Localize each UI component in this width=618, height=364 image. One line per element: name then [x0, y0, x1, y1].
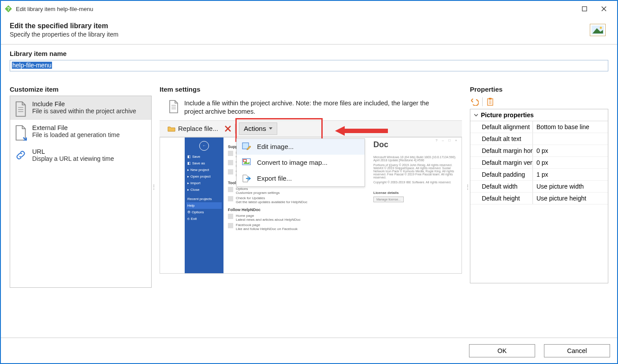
item-desc: Display a URL at viewing time [32, 155, 114, 163]
settings-note: Include a file within the project archiv… [184, 99, 449, 116]
replace-file-button[interactable]: Replace file... [164, 123, 222, 134]
svg-point-7 [600, 27, 602, 29]
dialog-header: Edit the specified library item Specify … [1, 17, 617, 45]
svg-marker-17 [269, 127, 272, 130]
property-row[interactable]: Default margin horizontal0 px [470, 145, 608, 157]
property-row[interactable]: Default margin vertical0 px [470, 157, 608, 169]
picture-icon [590, 24, 606, 36]
dialog-footer: OK Cancel [1, 338, 617, 363]
header-subtitle: Specify the properties of the library it… [10, 31, 590, 38]
property-row[interactable]: Default padding1 px [470, 169, 608, 181]
annotation-arrow-icon [335, 125, 388, 137]
actions-dropdown-button[interactable]: Actions [239, 123, 277, 135]
chevron-down-icon [474, 113, 478, 117]
item-desc: File is saved within the project archive [32, 108, 136, 115]
svg-marker-14 [335, 126, 388, 136]
undo-icon [470, 98, 479, 106]
cancel-button[interactable]: Cancel [544, 344, 610, 357]
close-button[interactable] [594, 2, 614, 15]
item-title: Include File [32, 100, 136, 108]
properties-group-header[interactable]: Picture properties [470, 109, 608, 121]
link-icon [15, 149, 27, 163]
image-map-icon [242, 158, 251, 167]
edit-image-icon [242, 142, 251, 151]
property-row[interactable]: Default alt text [470, 133, 608, 145]
titlebar: ? Edit library item help-file-menu [1, 1, 617, 17]
item-title: External File [32, 124, 119, 131]
item-desc: File is loaded at generation time [32, 131, 119, 139]
maximize-button[interactable] [575, 2, 594, 15]
property-row[interactable]: Default heightUse picture height [470, 193, 608, 204]
preview-right: ? – □ × Doc Microsoft Windows 10 (64 bit… [369, 137, 462, 273]
file-icon [168, 100, 179, 112]
customize-label: Customize item [10, 85, 152, 93]
settings-toolbar: Replace file... Actions [160, 120, 462, 137]
properties-column: Properties Picture properties Default al… [470, 85, 608, 288]
svg-rect-23 [489, 98, 491, 100]
properties-grid: Picture properties Default alignmentBott… [470, 109, 608, 283]
separator [482, 97, 483, 106]
name-section: Library item name help-file-menu [10, 50, 608, 71]
chevron-down-icon [269, 127, 272, 130]
menu-item-edit-image[interactable]: Edit image... [237, 139, 365, 155]
customize-item-url[interactable]: URL Display a URL at viewing time [10, 144, 151, 167]
actions-menu: Edit image... Convert to image map... Ex… [236, 138, 365, 187]
menu-item-convert-image-map[interactable]: Convert to image map... [237, 155, 365, 171]
customize-item-external-file[interactable]: External File File is loaded at generati… [10, 120, 151, 144]
name-input-value: help-file-menu [12, 62, 52, 69]
settings-label: Item settings [160, 85, 462, 93]
folder-icon [168, 126, 175, 132]
undo-button[interactable] [470, 98, 479, 106]
window-title: Edit library item help-file-menu [16, 6, 93, 12]
name-label: Library item name [10, 50, 608, 57]
file-icon [15, 101, 27, 115]
delete-icon [224, 125, 231, 132]
customize-column: Customize item Include File File is save… [10, 85, 152, 288]
clipboard-icon [486, 97, 494, 106]
property-row[interactable]: Default alignmentBottom to base line [470, 121, 608, 133]
splitter-left[interactable]: ⋮ [152, 85, 156, 288]
splitter-right[interactable]: ⋮ [465, 85, 470, 288]
preview-sidebar: ← ◧ Save ◧ Save as ▸ New project ▸ Open … [185, 137, 223, 273]
item-title: URL [32, 148, 114, 155]
header-title: Edit the specified library item [10, 22, 590, 30]
external-file-icon [15, 125, 27, 139]
svg-text:?: ? [7, 6, 10, 11]
property-row[interactable]: Default widthUse picture width [470, 181, 608, 193]
customize-list: Include File File is saved within the pr… [10, 96, 152, 288]
customize-item-include-file[interactable]: Include File File is saved within the pr… [10, 96, 151, 120]
export-icon [242, 174, 251, 183]
delete-button[interactable] [224, 125, 231, 132]
settings-column: Item settings Include a file within the … [156, 85, 465, 288]
svg-rect-2 [582, 7, 587, 11]
clipboard-button[interactable] [486, 97, 494, 106]
menu-item-export-file[interactable]: Export file... [237, 171, 365, 186]
properties-label: Properties [470, 85, 608, 93]
app-icon: ? [4, 5, 12, 13]
toolbar-separator [235, 124, 235, 134]
name-input[interactable]: help-file-menu [10, 60, 608, 71]
ok-button[interactable]: OK [469, 344, 535, 357]
